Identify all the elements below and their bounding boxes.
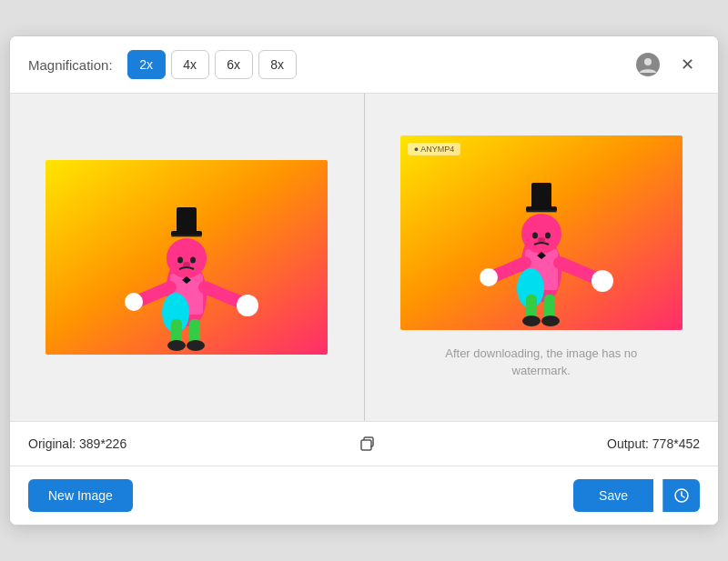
history-icon [674, 488, 689, 503]
svg-point-11 [237, 295, 258, 316]
save-history-button[interactable] [662, 479, 700, 512]
svg-point-29 [541, 316, 560, 326]
user-account-button[interactable] [632, 49, 663, 80]
output-pane: ● ANYMP4 After downloading, the image ha… [365, 94, 719, 421]
original-image [46, 160, 328, 355]
svg-point-28 [522, 316, 541, 326]
output-dimensions: Output: 778*452 [607, 436, 700, 451]
user-icon [635, 52, 661, 77]
output-image-svg [400, 135, 682, 330]
output-image: ● ANYMP4 [400, 135, 682, 330]
svg-point-34 [521, 214, 561, 254]
original-dimensions: Original: 389*226 [28, 436, 126, 451]
mag-6x-button[interactable]: 6x [215, 50, 253, 79]
svg-point-35 [532, 232, 538, 238]
svg-point-33 [480, 268, 498, 286]
watermark-notice: After downloading, the image has no wate… [432, 345, 651, 380]
svg-point-1 [644, 58, 652, 65]
mag-4x-button[interactable]: 4x [171, 50, 209, 79]
svg-point-14 [167, 238, 207, 278]
svg-point-9 [187, 340, 205, 351]
svg-point-36 [545, 232, 551, 238]
svg-rect-42 [361, 440, 371, 450]
svg-point-13 [125, 293, 143, 311]
info-bar: Original: 389*226 Output: 778*452 [10, 421, 718, 466]
main-dialog: Magnification: 2x 4x 6x 8x ✕ [9, 35, 719, 526]
copy-dimensions-button[interactable] [354, 431, 379, 456]
svg-rect-20 [171, 235, 202, 237]
svg-point-15 [177, 257, 183, 264]
magnification-label: Magnification: [28, 57, 113, 73]
mag-2x-button[interactable]: 2x [127, 50, 166, 79]
svg-rect-19 [177, 207, 197, 233]
footer-bar: New Image Save [10, 466, 718, 525]
content-area: ● ANYMP4 After downloading, the image ha… [10, 94, 718, 421]
copy-icon [359, 436, 375, 452]
save-button[interactable]: Save [573, 479, 653, 512]
original-pane [10, 94, 364, 421]
svg-point-8 [167, 340, 186, 351]
mag-8x-button[interactable]: 8x [258, 50, 297, 79]
svg-point-16 [190, 257, 196, 264]
svg-rect-39 [531, 183, 551, 208]
new-image-button[interactable]: New Image [28, 479, 133, 512]
magnification-buttons: 2x 4x 6x 8x [127, 50, 297, 79]
close-button[interactable]: ✕ [674, 52, 700, 77]
svg-point-31 [592, 270, 613, 292]
original-image-svg [46, 160, 328, 355]
header-bar: Magnification: 2x 4x 6x 8x ✕ [10, 36, 718, 94]
svg-rect-40 [526, 210, 557, 213]
output-pane-content: ● ANYMP4 After downloading, the image ha… [400, 135, 682, 380]
